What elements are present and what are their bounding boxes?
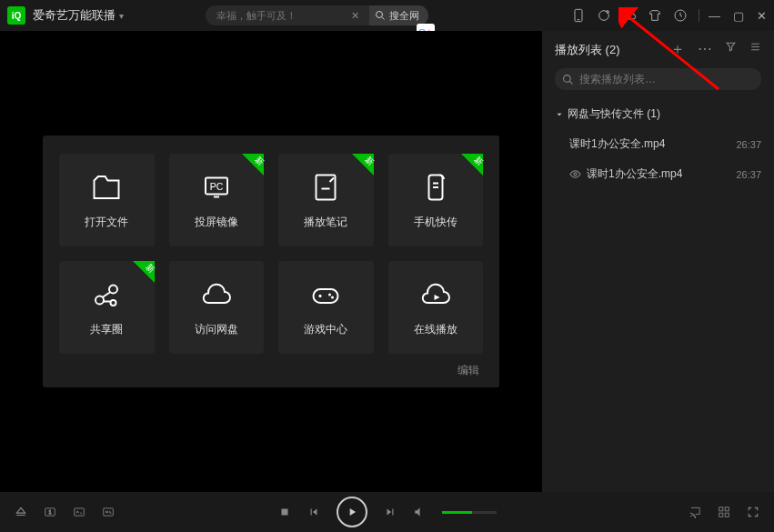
svg-rect-20 (104, 508, 114, 516)
history-icon[interactable] (673, 8, 688, 23)
new-badge (133, 261, 155, 283)
sidebar-search-input[interactable] (579, 73, 754, 85)
tile-note[interactable]: 播放笔记 (278, 154, 374, 246)
edit-button[interactable]: 编辑 (52, 354, 490, 378)
svg-point-11 (111, 300, 116, 306)
svg-text:PC: PC (209, 181, 223, 192)
tile-label: 播放笔记 (304, 215, 347, 230)
skin-icon[interactable] (648, 8, 662, 23)
tile-share-circle[interactable]: 共享圈 (59, 261, 155, 354)
list-view-icon[interactable] (749, 40, 761, 59)
new-badge (242, 154, 264, 176)
settings-icon[interactable] (718, 506, 730, 518)
subtitle-icon[interactable] (73, 506, 85, 518)
search-icon (375, 10, 386, 21)
svg-point-0 (377, 12, 383, 18)
gamepad-icon (309, 278, 342, 311)
svg-point-15 (564, 75, 571, 82)
eye-icon (569, 168, 581, 180)
close-button[interactable]: ✕ (757, 9, 767, 23)
chevron-down-icon (555, 110, 564, 119)
sidebar: 播放列表 (2) ＋ ⋯ 网盘与快传文件 (1) 课时1办公安全.mp426:3… (542, 31, 774, 492)
maximize-button[interactable]: ▢ (733, 9, 744, 23)
tile-cloud-play[interactable]: 在线播放 (388, 261, 484, 354)
search-input[interactable] (206, 5, 369, 25)
volume-icon[interactable] (413, 506, 426, 518)
task-icon[interactable] (597, 8, 611, 23)
search-scope-label: 搜全网 (389, 9, 419, 23)
quality-icon[interactable] (102, 506, 115, 518)
cloud-icon[interactable] (622, 8, 637, 23)
playlist-group-header[interactable]: 网盘与快传文件 (1) (555, 106, 761, 122)
svg-rect-22 (719, 507, 723, 511)
more-icon[interactable]: ⋯ (698, 40, 712, 59)
tile-phone-transfer[interactable]: 手机快传 (388, 154, 484, 246)
svg-text:1: 1 (49, 509, 52, 515)
group-label: 网盘与快传文件 (1) (568, 106, 660, 122)
video-area: 打开文件PC投屏镜像播放笔记手机快传共享圈访问网盘游戏中心在线播放 编辑 (0, 31, 542, 492)
tile-label: 共享圈 (90, 322, 123, 337)
tile-label: 投屏镜像 (195, 215, 238, 230)
add-button[interactable]: ＋ (670, 40, 685, 59)
minimize-button[interactable]: ― (709, 9, 720, 23)
item-duration: 26:37 (736, 139, 761, 150)
new-badge (352, 154, 374, 176)
folder-icon (90, 171, 123, 204)
app-logo: iQ (7, 6, 25, 25)
cast-icon[interactable] (689, 506, 701, 518)
tile-gamepad[interactable]: 游戏中心 (278, 261, 374, 354)
svg-rect-12 (314, 289, 338, 303)
phone-transfer-icon (419, 171, 452, 204)
tile-screen-cast[interactable]: PC投屏镜像 (169, 154, 265, 246)
tile-label: 手机快传 (414, 215, 457, 230)
playlist-title: 播放列表 (2) (555, 42, 620, 58)
volume-slider[interactable] (442, 511, 497, 514)
playlist-item[interactable]: 课时1办公安全.mp426:37 (555, 159, 761, 189)
item-duration: 26:37 (736, 169, 761, 180)
search-icon (562, 74, 574, 85)
tile-label: 游戏中心 (304, 322, 347, 337)
svg-point-16 (574, 173, 577, 176)
tile-label: 打开文件 (85, 215, 128, 230)
tile-cloud[interactable]: 访问网盘 (169, 261, 265, 354)
play-button[interactable] (337, 497, 367, 527)
divider (699, 9, 699, 22)
prev-button[interactable] (307, 506, 320, 518)
svg-point-2 (599, 11, 609, 21)
svg-rect-19 (75, 508, 85, 516)
new-badge (461, 154, 483, 176)
item-name: 课时1办公安全.mp4 (587, 166, 682, 182)
cloud-icon (200, 278, 233, 311)
tile-label: 在线播放 (414, 322, 457, 337)
chevron-down-icon[interactable]: ▾ (119, 11, 124, 21)
mode-1-icon[interactable]: 1 (44, 506, 56, 518)
note-icon (309, 171, 342, 204)
playlist-item[interactable]: 课时1办公安全.mp426:37 (555, 129, 761, 159)
cloud-play-icon (419, 278, 452, 311)
svg-rect-21 (281, 509, 287, 516)
share-circle-icon (90, 278, 123, 311)
svg-rect-25 (725, 513, 729, 517)
filter-icon[interactable] (725, 40, 737, 59)
phone-icon[interactable] (571, 8, 586, 23)
open-eject-icon[interactable] (15, 506, 27, 518)
clear-icon[interactable]: ✕ (351, 10, 359, 22)
svg-point-14 (331, 296, 334, 298)
screen-cast-icon: PC (200, 171, 233, 204)
stop-button[interactable] (278, 506, 291, 518)
app-title: 爱奇艺万能联播 (33, 7, 116, 24)
tile-folder[interactable]: 打开文件 (59, 154, 155, 246)
fullscreen-icon[interactable] (747, 506, 759, 518)
item-name: 课时1办公安全.mp4 (569, 136, 665, 152)
svg-rect-24 (719, 513, 723, 517)
svg-point-13 (328, 293, 331, 296)
search-scope-button[interactable]: 搜全网 (369, 5, 428, 25)
tile-label: 访问网盘 (195, 322, 238, 337)
tiles-panel: 打开文件PC投屏镜像播放笔记手机快传共享圈访问网盘游戏中心在线播放 编辑 (43, 136, 499, 387)
next-button[interactable] (384, 506, 397, 518)
svg-rect-23 (725, 507, 729, 511)
sidebar-search[interactable] (555, 68, 761, 90)
